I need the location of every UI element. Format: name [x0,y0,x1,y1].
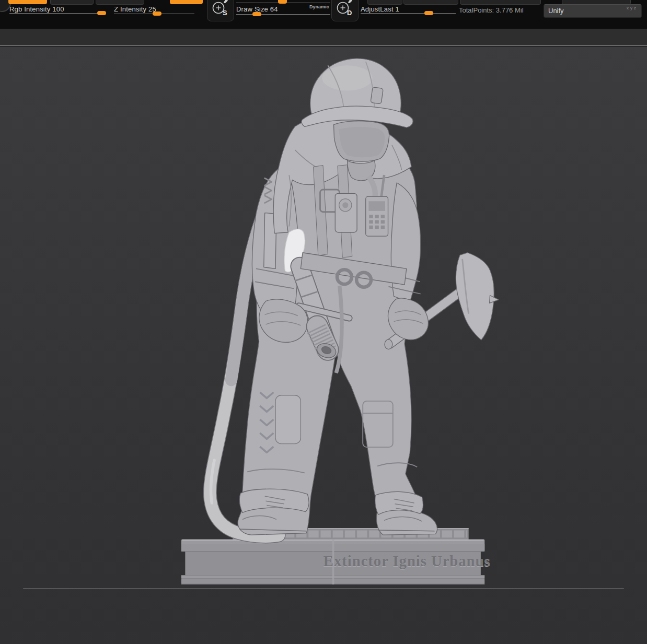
slider-track [361,13,456,14]
unify-axis-hint: xyz [627,6,638,10]
slider-handle[interactable] [252,12,261,16]
secondary-toolbar-strip [0,29,647,46]
slider-track [236,14,330,15]
statue-render: Extinctor Ignis Urbanus Extinctor Ignis … [0,47,647,644]
unify-label: Unify [548,7,564,15]
firefighter-figure [238,58,499,535]
zbrush-window: Rgb Intensity 100 Z Intensity 25 S Dra [0,0,647,644]
adjust-last-slider[interactable]: AdjustLast 1 [361,0,457,21]
unify-button[interactable]: Unify xyz [544,4,642,18]
slider-handle[interactable] [97,11,106,15]
depth-letter: D [347,9,352,17]
slider-handle[interactable] [153,11,161,16]
z-intensity-label: Z Intensity 25 [114,5,156,13]
stroke-picker-button[interactable]: S [207,0,234,21]
depth-picker-button[interactable]: D [331,0,359,21]
base-inscription: Extinctor Ignis Urbanus [324,553,491,569]
z-intensity-slider[interactable]: Z Intensity 25 [114,0,198,21]
stroke-icon: S [207,0,233,20]
rgb-intensity-label: Rgb Intensity 100 [9,5,64,13]
adjust-last-label: AdjustLast 1 [361,5,399,13]
helmet-front-plate [371,87,383,104]
stroke-letter: S [223,9,227,17]
shelf-button-stub[interactable] [460,0,541,5]
sculpt-viewport[interactable]: Extinctor Ignis Urbanus Extinctor Ignis … [0,46,647,644]
depth-icon: D [332,0,357,20]
statue-base: Extinctor Ignis Urbanus Extinctor Ignis … [181,540,491,584]
slider-track [9,13,98,14]
total-points-readout: TotalPoints: 3.776 Mil [459,6,524,14]
rgb-intensity-slider[interactable]: Rgb Intensity 100 [9,0,109,21]
slider-handle[interactable] [424,11,433,15]
dynamic-mode-label[interactable]: Dynamic [309,4,329,9]
face-plate [339,127,385,157]
top-shelf-toolbar: Rgb Intensity 100 Z Intensity 25 S Dra [0,0,647,29]
axe-head [456,253,494,340]
draw-size-slider[interactable]: Draw Size 64 [236,0,333,21]
axe-pommel [385,339,392,349]
